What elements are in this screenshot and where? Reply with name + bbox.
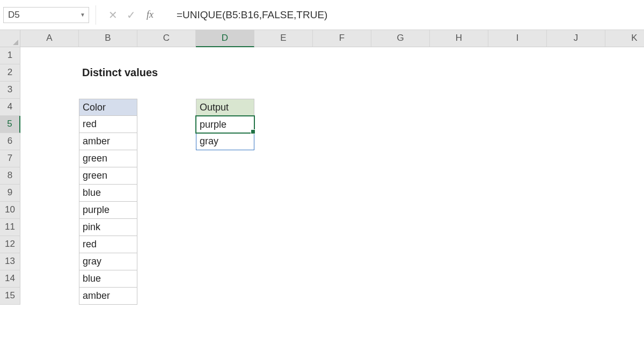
cell-J5[interactable] bbox=[547, 116, 605, 133]
cell-I7[interactable] bbox=[488, 150, 547, 167]
color-cell[interactable]: blue bbox=[79, 270, 137, 288]
cell-G4[interactable] bbox=[371, 99, 430, 116]
select-all-corner[interactable] bbox=[0, 30, 20, 47]
column-header-I[interactable]: I bbox=[488, 30, 547, 47]
cell-K3[interactable] bbox=[605, 82, 644, 99]
row-header-6[interactable]: 6 bbox=[0, 133, 20, 150]
cell-K14[interactable] bbox=[605, 270, 644, 288]
cell-E6[interactable] bbox=[254, 133, 313, 150]
cell-C2[interactable] bbox=[137, 64, 196, 82]
cell-I13[interactable] bbox=[488, 253, 547, 270]
cell-C13[interactable] bbox=[137, 253, 196, 270]
formula-input[interactable] bbox=[175, 7, 644, 23]
row-header-9[interactable]: 9 bbox=[0, 185, 20, 202]
cell-F14[interactable] bbox=[313, 270, 371, 288]
cell-C4[interactable] bbox=[137, 99, 196, 116]
cell-I3[interactable] bbox=[488, 82, 547, 99]
cell-I8[interactable] bbox=[488, 167, 547, 185]
cell-C6[interactable] bbox=[137, 133, 196, 150]
header-output[interactable]: Output bbox=[196, 99, 254, 116]
cell-J7[interactable] bbox=[547, 150, 605, 167]
cell-I12[interactable] bbox=[488, 236, 547, 253]
row-header-5[interactable]: 5 bbox=[0, 116, 20, 133]
cell-C8[interactable] bbox=[137, 167, 196, 185]
cell-J13[interactable] bbox=[547, 253, 605, 270]
cell-A4[interactable] bbox=[20, 99, 79, 116]
cell-E7[interactable] bbox=[254, 150, 313, 167]
cell-A12[interactable] bbox=[20, 236, 79, 253]
cell-E4[interactable] bbox=[254, 99, 313, 116]
cell-F7[interactable] bbox=[313, 150, 371, 167]
cell-A11[interactable] bbox=[20, 219, 79, 236]
cell-K11[interactable] bbox=[605, 219, 644, 236]
cell-J12[interactable] bbox=[547, 236, 605, 253]
name-box[interactable]: D5 ▼ bbox=[3, 7, 89, 23]
cell-E3[interactable] bbox=[254, 82, 313, 99]
cell-G13[interactable] bbox=[371, 253, 430, 270]
cell-F15[interactable] bbox=[313, 288, 371, 305]
cell-I9[interactable] bbox=[488, 185, 547, 202]
cell-H8[interactable] bbox=[430, 167, 488, 185]
row-header-10[interactable]: 10 bbox=[0, 202, 20, 219]
cell-B3[interactable] bbox=[79, 82, 137, 99]
column-header-A[interactable]: A bbox=[20, 30, 79, 47]
cell-J11[interactable] bbox=[547, 219, 605, 236]
color-cell[interactable]: red bbox=[79, 116, 137, 133]
cell-E13[interactable] bbox=[254, 253, 313, 270]
cell-A14[interactable] bbox=[20, 270, 79, 288]
color-cell[interactable]: purple bbox=[79, 202, 137, 219]
cell-E9[interactable] bbox=[254, 185, 313, 202]
cell-G1[interactable] bbox=[371, 47, 430, 64]
row-header-15[interactable]: 15 bbox=[0, 288, 20, 305]
fx-icon[interactable]: fx bbox=[147, 9, 162, 20]
cell-H5[interactable] bbox=[430, 116, 488, 133]
cell-K2[interactable] bbox=[605, 64, 644, 82]
cell-G12[interactable] bbox=[371, 236, 430, 253]
cell-H10[interactable] bbox=[430, 202, 488, 219]
cell-K4[interactable] bbox=[605, 99, 644, 116]
cell-E11[interactable] bbox=[254, 219, 313, 236]
page-title[interactable]: Distinct values bbox=[79, 64, 137, 82]
cell-D14[interactable] bbox=[196, 270, 254, 288]
cell-F2[interactable] bbox=[313, 64, 371, 82]
output-cell-active[interactable]: purple bbox=[196, 116, 254, 133]
cell-J4[interactable] bbox=[547, 99, 605, 116]
cell-H11[interactable] bbox=[430, 219, 488, 236]
cell-H7[interactable] bbox=[430, 150, 488, 167]
cell-H3[interactable] bbox=[430, 82, 488, 99]
cell-K6[interactable] bbox=[605, 133, 644, 150]
column-header-K[interactable]: K bbox=[605, 30, 644, 47]
cell-F1[interactable] bbox=[313, 47, 371, 64]
row-header-8[interactable]: 8 bbox=[0, 167, 20, 185]
cell-C5[interactable] bbox=[137, 116, 196, 133]
cell-F4[interactable] bbox=[313, 99, 371, 116]
color-cell[interactable]: green bbox=[79, 167, 137, 185]
color-cell[interactable]: gray bbox=[79, 253, 137, 270]
cell-D7[interactable] bbox=[196, 150, 254, 167]
cell-K15[interactable] bbox=[605, 288, 644, 305]
cell-G11[interactable] bbox=[371, 219, 430, 236]
cell-E8[interactable] bbox=[254, 167, 313, 185]
cell-H12[interactable] bbox=[430, 236, 488, 253]
cell-E5[interactable] bbox=[254, 116, 313, 133]
cell-A10[interactable] bbox=[20, 202, 79, 219]
cell-H15[interactable] bbox=[430, 288, 488, 305]
cell-J3[interactable] bbox=[547, 82, 605, 99]
cell-I14[interactable] bbox=[488, 270, 547, 288]
color-cell[interactable]: green bbox=[79, 150, 137, 167]
cell-F5[interactable] bbox=[313, 116, 371, 133]
row-header-11[interactable]: 11 bbox=[0, 219, 20, 236]
cell-H14[interactable] bbox=[430, 270, 488, 288]
cell-C14[interactable] bbox=[137, 270, 196, 288]
cell-D9[interactable] bbox=[196, 185, 254, 202]
column-header-H[interactable]: H bbox=[430, 30, 488, 47]
cell-C12[interactable] bbox=[137, 236, 196, 253]
cell-H6[interactable] bbox=[430, 133, 488, 150]
cell-C10[interactable] bbox=[137, 202, 196, 219]
cell-E10[interactable] bbox=[254, 202, 313, 219]
cell-E1[interactable] bbox=[254, 47, 313, 64]
cell-A3[interactable] bbox=[20, 82, 79, 99]
cell-E14[interactable] bbox=[254, 270, 313, 288]
cell-C7[interactable] bbox=[137, 150, 196, 167]
cell-J8[interactable] bbox=[547, 167, 605, 185]
